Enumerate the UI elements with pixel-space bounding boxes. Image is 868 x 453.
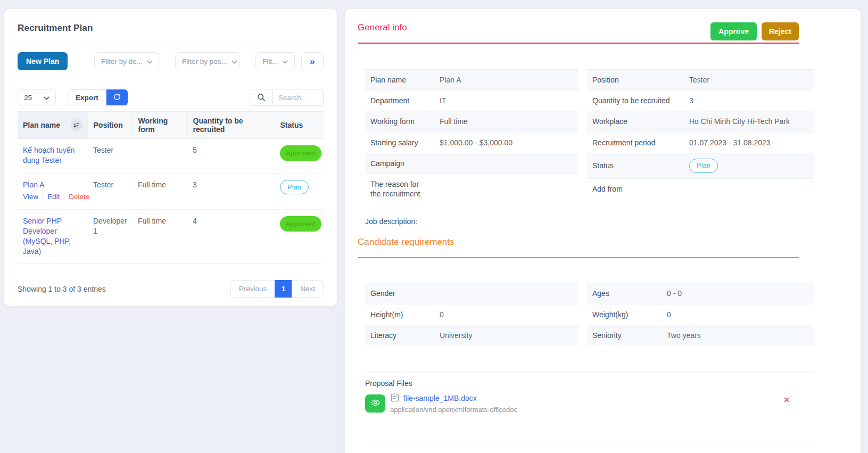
field-label: Status (587, 153, 684, 178)
pagination: Previous 1 Next (231, 280, 324, 298)
search-input[interactable] (273, 89, 324, 106)
chevron-down-icon (44, 94, 49, 102)
plan-link[interactable]: Plan A (23, 180, 44, 189)
table-footer: Showing 1 to 3 of 3 entries Previous 1 N… (18, 280, 324, 298)
cell-quantity: 3 (187, 173, 275, 209)
field-label: Starting salary (365, 132, 434, 153)
detail-actions: Approve Reject (710, 22, 799, 40)
filter-department-label: Filter by de... (101, 57, 143, 65)
status-badge: Plan (280, 180, 309, 195)
cell-plan-name: Senior PHP Developer (MySQL, PHP, Java) (18, 209, 88, 264)
pagination-next[interactable]: Next (292, 280, 324, 298)
file-link[interactable]: file-sample_1MB.docx (403, 394, 477, 402)
field-label: Working form (365, 111, 434, 132)
candidate-requirements-title: Candidate requirements (358, 237, 848, 248)
field-label: Seniority (587, 325, 662, 345)
cell-working-form: Full time (133, 173, 187, 209)
approve-button[interactable]: Approve (710, 22, 757, 40)
page-size-select[interactable]: 25 (18, 89, 56, 105)
field-label: Add from (587, 178, 684, 199)
divider (365, 371, 814, 372)
close-icon: ✕ (783, 396, 790, 404)
row-actions: ViewEditDelete (23, 192, 82, 202)
new-plan-button[interactable]: New Plan (18, 52, 68, 70)
field-label: Gender (365, 283, 434, 304)
field-label: Height(m) (365, 304, 434, 325)
plan-link[interactable]: Kế hoạch tuyển dụng Tester (23, 146, 75, 164)
edit-link[interactable]: Edit (43, 193, 60, 201)
page-size-value: 25 (24, 94, 32, 102)
field-value: University (434, 325, 578, 345)
cell-position: Developer 1 (88, 209, 133, 264)
field-label: Quantity to be recruited (587, 90, 684, 111)
refresh-button[interactable] (106, 89, 128, 105)
column-header-working-form[interactable]: Working form (133, 112, 187, 139)
field-value (434, 283, 578, 304)
table-row: Kế hoạch tuyển dụng Tester Tester 5 Appr… (18, 139, 324, 174)
file-type-text: application/vnd.openxmlformats-officedoc (390, 406, 517, 414)
field-label: Recruitment period (587, 132, 684, 153)
filter-more-dropdown[interactable]: Filt... (255, 52, 295, 70)
field-value: 0 - 0 (662, 283, 814, 304)
plan-detail-panel: Approve Reject General info Plan namePla… (345, 9, 861, 453)
cell-working-form: Full time (133, 209, 187, 264)
sort-icon[interactable] (71, 119, 82, 131)
candidate-requirements-underline (358, 257, 799, 258)
filters-group: Filter by de... Filter by pos... Filt...… (94, 52, 324, 70)
proposal-file-item: file-sample_1MB.docx application/vnd.ope… (365, 393, 814, 414)
chevron-down-icon (147, 57, 153, 65)
field-value: $1,000.00 - $3,000.00 (434, 132, 578, 153)
field-label: Ages (587, 283, 662, 304)
search-box (250, 89, 324, 106)
file-meta: file-sample_1MB.docx application/vnd.ope… (390, 393, 517, 414)
cell-quantity: 5 (187, 139, 275, 174)
field-label: Literacy (365, 325, 434, 345)
view-link[interactable]: View (23, 193, 38, 201)
cell-position: Tester (88, 139, 133, 174)
divider (18, 44, 324, 44)
export-button[interactable]: Export (68, 89, 106, 105)
column-header-plan-name[interactable]: Plan name (18, 112, 88, 139)
field-value (434, 153, 578, 174)
column-header-quantity[interactable]: Quantity to be recruited (187, 112, 275, 139)
more-filters-button[interactable]: » (301, 52, 324, 70)
field-label: Department (365, 90, 434, 111)
cell-working-form (133, 139, 187, 174)
requirements-right-table: Ages0 - 0 Weight(kg)0 SeniorityTwo years (587, 283, 814, 345)
cell-quantity: 4 (187, 209, 275, 264)
field-value: 0 (434, 304, 578, 325)
proposal-files-title: Proposal Files (365, 379, 848, 388)
field-label: Campaign (365, 153, 434, 174)
general-info-right-table: PositionTester Quantity to be recruited3… (587, 69, 814, 199)
cell-plan-name: Kế hoạch tuyển dụng Tester (18, 139, 88, 174)
candidate-requirements-tables: Gender Height(m)0 LiteracyUniversity Age… (365, 283, 814, 345)
eye-icon (371, 398, 380, 409)
general-info-underline (358, 43, 799, 44)
preview-file-button[interactable] (365, 394, 385, 413)
column-header-status[interactable]: Status (275, 112, 324, 139)
field-value: Plan (684, 153, 814, 178)
filter-department-dropdown[interactable]: Filter by de... (94, 52, 159, 70)
search-icon (250, 89, 273, 106)
column-header-position[interactable]: Position (88, 112, 133, 139)
filter-position-dropdown[interactable]: Filter by pos... (175, 52, 240, 70)
field-label: Plan name (365, 70, 434, 90)
pagination-page-1[interactable]: 1 (275, 280, 292, 298)
chevron-down-icon (282, 57, 288, 65)
status-badge: Plan (689, 159, 718, 173)
plans-toolbar: New Plan Filter by de... Filter by pos..… (18, 52, 324, 70)
general-info-left-table: Plan namePlan A DepartmentIT Working for… (365, 69, 578, 204)
reject-button[interactable]: Reject (762, 22, 799, 40)
cell-position: Tester (88, 173, 133, 209)
delete-link[interactable]: Delete (64, 193, 89, 201)
page-title: Recruitment Plan (18, 23, 324, 34)
field-label: The reason for the recruitment (365, 174, 434, 204)
plan-link[interactable]: Senior PHP Developer (MySQL, PHP, Java) (23, 217, 71, 256)
field-value: Full time (434, 111, 578, 132)
remove-file-button[interactable]: ✕ (780, 395, 793, 405)
field-label: Position (587, 70, 684, 90)
pagination-previous[interactable]: Previous (230, 280, 276, 298)
status-badge: Approved (280, 216, 321, 232)
divider (365, 448, 814, 448)
document-icon (390, 393, 400, 404)
